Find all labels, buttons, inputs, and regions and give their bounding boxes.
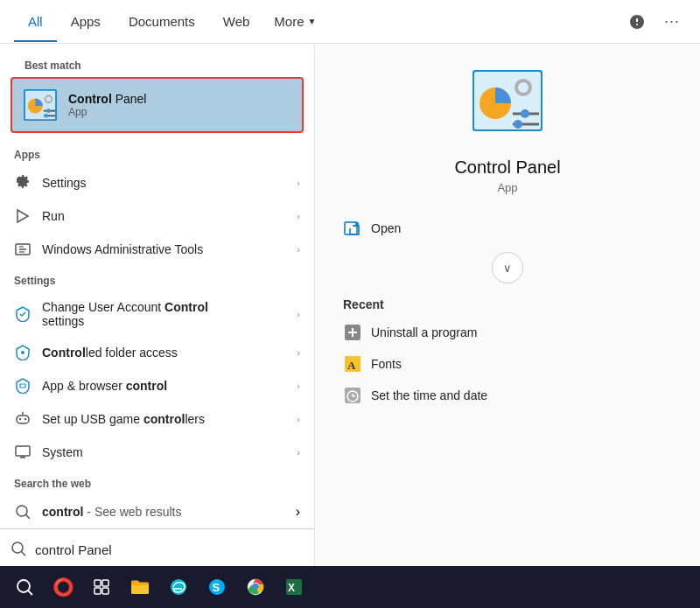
more-options-icon[interactable]: ···	[658, 8, 686, 36]
svg-point-47	[18, 580, 30, 592]
action-open[interactable]: Open	[332, 212, 682, 245]
svg-rect-49	[94, 580, 101, 586]
recent-item-fonts[interactable]: A Fonts	[332, 348, 682, 380]
uninstall-icon	[343, 323, 362, 342]
app-browser-label: App & browser control	[42, 379, 286, 393]
uac-chevron-icon: ›	[297, 309, 300, 319]
controlled-folder-chevron-icon: ›	[297, 347, 300, 358]
right-panel: Control Panel App Open ∨ Rec	[315, 44, 700, 608]
list-item-controlled-folder[interactable]: Controlled folder access ›	[0, 336, 314, 369]
search-input[interactable]	[35, 542, 304, 557]
svg-line-26	[22, 551, 26, 556]
svg-marker-9	[18, 210, 28, 222]
controlled-folder-icon	[14, 344, 32, 361]
list-item-usb-game[interactable]: Set up USB game controllers ›	[0, 402, 314, 436]
svg-text:A: A	[347, 359, 356, 372]
settings-section-label: Settings	[0, 266, 314, 292]
list-item-admin-tools[interactable]: Windows Administrative Tools ›	[0, 233, 314, 266]
web-search-icon	[14, 503, 32, 521]
svg-point-35	[514, 120, 522, 129]
feedback-icon[interactable]	[623, 8, 651, 36]
svg-point-18	[24, 418, 26, 420]
taskbar-search-btn[interactable]	[7, 570, 42, 605]
expand-button[interactable]: ∨	[492, 252, 523, 283]
svg-point-25	[12, 542, 23, 553]
control-panel-icon-small	[23, 87, 58, 122]
tabs-row: All Apps Documents Web More ▼ ···	[0, 0, 700, 44]
run-label: Run	[42, 209, 286, 223]
left-panel: Best match	[0, 44, 315, 608]
web-search-label: control - See web results	[42, 505, 182, 519]
tab-web[interactable]: Web	[209, 2, 264, 41]
right-app-type: App	[497, 181, 517, 194]
svg-point-6	[46, 108, 51, 113]
uac-icon	[14, 305, 32, 323]
taskbar-edge-btn[interactable]	[161, 570, 196, 605]
recent-item-uninstall[interactable]: Uninstall a program	[332, 317, 682, 348]
svg-text:X: X	[288, 582, 295, 594]
run-icon	[14, 207, 32, 225]
web-search-item[interactable]: control - See web results ›	[0, 495, 314, 528]
taskbar-taskview-btn[interactable]	[84, 570, 119, 605]
usb-game-label: Set up USB game controllers	[42, 412, 286, 426]
controlled-folder-label: Controlled folder access	[42, 346, 286, 360]
settings-label: Settings	[42, 176, 286, 190]
list-item-uac[interactable]: Change User Account Controlsettings ›	[0, 292, 314, 336]
svg-line-48	[28, 591, 32, 595]
svg-rect-50	[102, 580, 108, 586]
time-label: Set the time and date	[371, 388, 487, 402]
web-chevron-icon: ›	[296, 504, 300, 520]
app-browser-icon	[14, 377, 32, 395]
fonts-icon: A	[343, 354, 362, 374]
list-item-settings[interactable]: Settings ›	[0, 166, 314, 199]
open-icon	[343, 219, 362, 238]
list-item-run[interactable]: Run ›	[0, 199, 314, 233]
svg-point-31	[518, 82, 528, 93]
svg-rect-16	[17, 416, 29, 423]
tab-more[interactable]: More ▼	[263, 2, 326, 41]
tab-all[interactable]: All	[14, 2, 57, 41]
web-section-label: Search the web	[0, 469, 314, 495]
best-match-subtitle: App	[68, 106, 146, 118]
list-item-system[interactable]: System ›	[0, 436, 314, 469]
svg-point-17	[19, 418, 21, 420]
svg-line-24	[26, 515, 31, 520]
time-icon	[343, 386, 362, 405]
admin-tools-icon	[14, 241, 32, 258]
chevron-down-icon: ▼	[308, 17, 317, 26]
best-match-title: Control Panel	[68, 92, 146, 106]
taskbar-cortana-btn[interactable]: ⭕	[46, 570, 80, 605]
svg-text:S: S	[213, 581, 220, 594]
taskbar-chrome-btn[interactable]	[238, 570, 273, 605]
tab-documents[interactable]: Documents	[115, 2, 209, 41]
svg-point-14	[21, 351, 24, 354]
settings-icon	[14, 174, 32, 192]
best-match-item[interactable]: Control Panel App	[10, 77, 304, 133]
admin-tools-label: Windows Administrative Tools	[42, 242, 286, 256]
control-panel-icon-large	[472, 70, 542, 149]
system-icon	[14, 444, 32, 461]
best-match-text: Control Panel App	[68, 92, 146, 118]
usb-game-chevron-icon: ›	[297, 414, 300, 424]
uninstall-label: Uninstall a program	[371, 325, 477, 339]
taskbar-explorer-btn[interactable]	[122, 570, 158, 605]
svg-rect-15	[20, 384, 25, 388]
recent-item-time[interactable]: Set the time and date	[332, 380, 682, 411]
tab-apps[interactable]: Apps	[57, 2, 115, 41]
svg-rect-52	[102, 588, 108, 594]
svg-point-8	[44, 114, 48, 118]
apps-section-label: Apps	[0, 140, 314, 166]
chevron-down-icon: ∨	[503, 262, 512, 275]
taskbar-skype-btn[interactable]: S	[200, 570, 234, 605]
best-match-label: Best match	[10, 51, 304, 77]
admin-tools-chevron-icon: ›	[297, 244, 300, 255]
content-area: Best match	[0, 44, 700, 608]
svg-rect-20	[16, 446, 30, 456]
taskbar-excel-btn[interactable]: X	[276, 570, 312, 605]
list-item-app-browser[interactable]: App & browser control ›	[0, 369, 314, 402]
uac-label: Change User Account Controlsettings	[42, 300, 286, 328]
svg-rect-51	[94, 588, 101, 594]
open-label: Open	[371, 221, 401, 235]
svg-point-33	[521, 109, 529, 118]
run-chevron-icon: ›	[297, 211, 300, 221]
